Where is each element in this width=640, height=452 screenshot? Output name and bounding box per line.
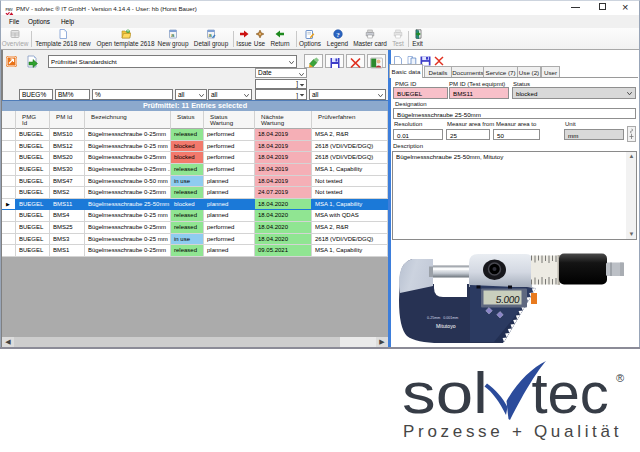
svg-text:PMV: PMV [5, 8, 13, 12]
svg-text:Mitutoyo: Mitutoyo [436, 323, 456, 329]
svg-text:5.000: 5.000 [495, 294, 521, 305]
svg-text:0-25mm 0.001mm: 0-25mm 0.001mm [427, 316, 458, 320]
